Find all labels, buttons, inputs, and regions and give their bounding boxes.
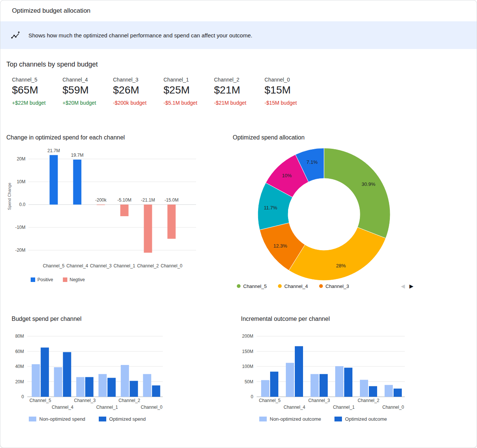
spend-change-legend: Positive Negtive bbox=[31, 277, 210, 282]
channel-budget-value: $26M bbox=[113, 84, 163, 96]
legend-label: Non-optimized spend bbox=[39, 416, 85, 422]
svg-text:10M: 10M bbox=[17, 179, 25, 184]
svg-text:Channel_1: Channel_1 bbox=[96, 405, 118, 410]
spend-change-chart-title: Change in optimized spend for each chann… bbox=[6, 134, 210, 142]
banner-text: Shows how much the optimized channel per… bbox=[28, 32, 252, 39]
nonoptimized-outcome-swatch bbox=[259, 417, 267, 421]
svg-text:Channel_0: Channel_0 bbox=[382, 405, 404, 410]
channel-card: Channel_0 $15M -$15M budget bbox=[265, 77, 315, 106]
svg-text:12.3%: 12.3% bbox=[273, 243, 287, 249]
svg-text:Channel_5: Channel_5 bbox=[30, 398, 51, 403]
spend-allocation-donut: 30.9%28%12.3%11.7%10%7.1% bbox=[233, 145, 427, 282]
legend-label: Channel_3 bbox=[325, 283, 349, 289]
incremental-outcome-plot: 050M100M150M200MChannel_5Channel_4Channe… bbox=[241, 328, 409, 411]
card-header: Optimized budget allocation bbox=[0, 0, 477, 21]
channel-name: Channel_3 bbox=[113, 77, 163, 83]
legend-pager: ◀ ▶ bbox=[401, 283, 413, 289]
svg-text:Channel_2: Channel_2 bbox=[358, 398, 379, 403]
svg-text:Channel_3: Channel_3 bbox=[74, 398, 96, 403]
channel-budget-delta: -$200k budget bbox=[113, 100, 163, 106]
channel-3-swatch bbox=[319, 284, 323, 288]
legend-prev-icon[interactable]: ◀ bbox=[401, 283, 405, 289]
svg-text:Channel_2: Channel_2 bbox=[119, 398, 140, 403]
svg-text:-20M: -20M bbox=[15, 248, 25, 253]
channel-name: Channel_4 bbox=[62, 77, 113, 83]
page-title: Optimized budget allocation bbox=[12, 7, 91, 15]
legend-label: Optimized outcome bbox=[345, 416, 387, 422]
svg-text:7.1%: 7.1% bbox=[306, 159, 318, 165]
spend-allocation-chart: Optimized spend allocation 30.9%28%12.3%… bbox=[233, 134, 420, 289]
svg-text:40M: 40M bbox=[15, 364, 24, 369]
channel-name: Channel_5 bbox=[12, 77, 62, 83]
channel-budget-delta: -$15M budget bbox=[265, 100, 315, 106]
svg-text:28%: 28% bbox=[336, 263, 346, 269]
legend-next-icon[interactable]: ▶ bbox=[409, 283, 413, 289]
nonoptimized-spend-swatch bbox=[29, 417, 36, 421]
svg-text:21.7M: 21.7M bbox=[48, 148, 60, 153]
svg-text:200M: 200M bbox=[242, 334, 253, 339]
channel-budget-delta: -$21M budget bbox=[214, 100, 265, 106]
svg-text:Channel_3: Channel_3 bbox=[90, 263, 111, 269]
svg-text:-200k: -200k bbox=[95, 197, 107, 203]
channel-budget-delta: +$20M budget bbox=[62, 100, 113, 106]
svg-text:0.0: 0.0 bbox=[19, 202, 25, 207]
svg-text:Channel_0: Channel_0 bbox=[160, 263, 182, 269]
channel-budget-delta: -$5.1M budget bbox=[163, 100, 214, 106]
svg-text:Channel_3: Channel_3 bbox=[308, 398, 330, 403]
incremental-outcome-chart: Incremental outcome per channel 050M100M… bbox=[241, 315, 409, 422]
legend-label: Optimized spend bbox=[109, 416, 146, 422]
svg-text:-15.0M: -15.0M bbox=[165, 197, 178, 203]
legend-label: Negtive bbox=[70, 277, 85, 282]
negative-swatch bbox=[63, 277, 67, 282]
channel-card: Channel_2 $21M -$21M budget bbox=[214, 77, 265, 106]
svg-text:Channel_1: Channel_1 bbox=[113, 263, 135, 269]
svg-text:50M: 50M bbox=[245, 379, 253, 384]
svg-text:Channel_5: Channel_5 bbox=[43, 263, 64, 269]
budget-spend-chart: Budget spend per channel 020M40M60M80MCh… bbox=[12, 315, 169, 422]
channel-card: Channel_3 $26M -$200k budget bbox=[113, 77, 163, 106]
svg-text:150M: 150M bbox=[242, 349, 253, 354]
legend-item-channel-3: Channel_3 bbox=[319, 283, 360, 289]
channel-name: Channel_2 bbox=[214, 77, 265, 83]
channel-budget-value: $15M bbox=[265, 84, 315, 96]
budget-spend-plot: 020M40M60M80MChannel_5Channel_4Channel_3… bbox=[12, 328, 169, 411]
svg-text:0: 0 bbox=[251, 394, 253, 399]
spend-allocation-chart-title: Optimized spend allocation bbox=[233, 134, 420, 142]
legend-item-channel-4: Channel_4 bbox=[278, 283, 319, 289]
positive-swatch bbox=[31, 277, 35, 282]
svg-text:20M: 20M bbox=[17, 156, 25, 162]
legend-item-negative: Negtive bbox=[63, 277, 85, 282]
svg-text:Spend Change: Spend Change bbox=[7, 182, 12, 210]
svg-text:Channel_1: Channel_1 bbox=[333, 405, 355, 410]
legend-item-optimized-outcome: Optimized outcome bbox=[334, 416, 387, 422]
svg-text:20M: 20M bbox=[15, 379, 24, 384]
svg-text:100M: 100M bbox=[242, 364, 253, 369]
svg-text:Channel_0: Channel_0 bbox=[141, 405, 162, 410]
legend-label: Channel_5 bbox=[243, 283, 267, 289]
optimized-outcome-swatch bbox=[334, 417, 342, 421]
svg-text:30.9%: 30.9% bbox=[361, 181, 375, 187]
info-banner: Shows how much the optimized channel per… bbox=[0, 21, 477, 49]
svg-text:Channel_5: Channel_5 bbox=[259, 398, 281, 403]
legend-item-nonoptimized-spend: Non-optimized spend bbox=[29, 416, 85, 422]
legend-label: Channel_4 bbox=[284, 283, 308, 289]
legend-item-positive: Positive bbox=[31, 277, 53, 282]
svg-text:80M: 80M bbox=[15, 334, 24, 339]
insights-icon bbox=[10, 30, 20, 40]
top-channels-cards: Channel_5 $65M +$22M budget Channel_4 $5… bbox=[12, 77, 315, 106]
legend-label: Positive bbox=[37, 277, 53, 282]
channel-name: Channel_1 bbox=[163, 77, 214, 83]
svg-text:60M: 60M bbox=[15, 349, 24, 354]
budget-spend-chart-title: Budget spend per channel bbox=[12, 315, 169, 323]
channel-card: Channel_1 $25M -$5.1M budget bbox=[163, 77, 214, 106]
svg-text:-5.10M: -5.10M bbox=[117, 197, 131, 203]
svg-text:Channel_4: Channel_4 bbox=[66, 263, 88, 269]
top-channels-heading: Top channels by spend budget bbox=[6, 61, 98, 68]
legend-label: Non-optimized outcome bbox=[270, 416, 321, 422]
svg-text:-21.1M: -21.1M bbox=[141, 197, 155, 203]
channel-card: Channel_4 $59M +$20M budget bbox=[62, 77, 113, 106]
optimized-spend-swatch bbox=[99, 417, 106, 421]
legend-item-nonoptimized-outcome: Non-optimized outcome bbox=[259, 416, 321, 422]
channel-5-swatch bbox=[237, 284, 241, 288]
channel-card: Channel_5 $65M +$22M budget bbox=[12, 77, 62, 106]
